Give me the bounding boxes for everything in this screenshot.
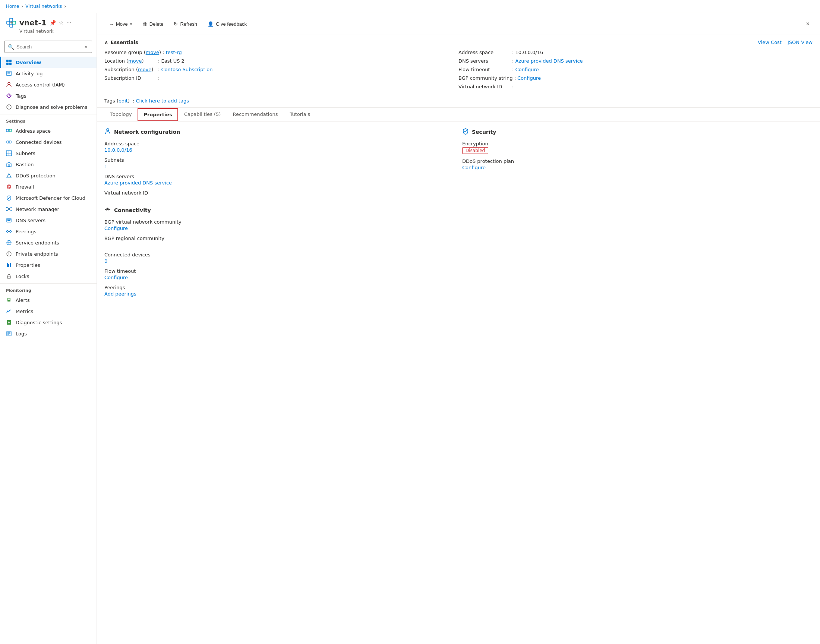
star-icon[interactable]: ☆ [59,20,64,26]
sidebar-item-network-manager[interactable]: Network manager [0,204,97,215]
collapse-icon[interactable]: « [83,43,89,51]
sidebar-item-alerts[interactable]: Alerts [0,294,97,306]
dns-value-link[interactable]: Azure provided DNS service [515,58,583,64]
close-button[interactable]: × [803,17,812,30]
prop-subnets: Subnets 1 [104,157,455,169]
essentials-row-flow-timeout: Flow timeout : Configure [458,67,812,72]
sidebar-item-defender[interactable]: Microsoft Defender for Cloud [0,192,97,204]
sidebar-label-diagnostic: Diagnostic settings [16,320,62,325]
svg-rect-2 [10,18,13,21]
sidebar-item-subnets[interactable]: Subnets [0,147,97,159]
sidebar-item-metrics[interactable]: Metrics [0,306,97,317]
move-sub-link[interactable]: move [138,67,151,72]
network-config-title: Network configuration [114,129,180,135]
pin-icon[interactable]: 📌 [49,20,56,26]
sidebar-item-diagnose[interactable]: Diagnose and solve problems [0,101,97,113]
peerings-icon [6,228,12,235]
conn-flow-link[interactable]: Configure [104,274,128,280]
tab-topology[interactable]: Topology [104,108,138,121]
svg-rect-22 [9,141,11,143]
prop-subnets-link[interactable]: 1 [104,164,107,169]
tab-recommendations[interactable]: Recommendations [227,108,284,121]
sidebar-item-diagnostic[interactable]: Diagnostic settings [0,317,97,328]
move-rg-link[interactable]: move [146,49,159,55]
sidebar-item-properties[interactable]: Properties [0,259,97,271]
svg-rect-1 [13,21,16,24]
prop-dns-link[interactable]: Azure provided DNS service [104,180,172,186]
defender-icon [6,195,12,201]
sidebar-item-firewall[interactable]: Firewall [0,181,97,192]
tab-properties[interactable]: Properties [138,108,178,121]
move-dropdown-icon: ▾ [130,22,132,26]
json-view-link[interactable]: JSON View [788,40,812,45]
breadcrumb-home[interactable]: Home [6,4,19,9]
essentials-row-dns: DNS servers : Azure provided DNS service [458,58,812,64]
sidebar-item-ddos[interactable]: DDoS protection [0,170,97,181]
essentials-section: ∧ Essentials View Cost JSON View Resourc… [97,35,820,94]
view-cost-link[interactable]: View Cost [758,40,782,45]
sidebar: vnet-1 📌 ☆ ··· Virtual network 🔍 « Overv… [0,13,97,644]
sidebar-item-private-endpoints[interactable]: Private endpoints [0,248,97,259]
sidebar-item-logs[interactable]: Logs [0,328,97,339]
sidebar-label-alerts: Alerts [16,297,30,303]
sidebar-item-activity-log[interactable]: Activity log [0,68,97,79]
svg-rect-9 [9,63,12,65]
breadcrumb-virtual-networks[interactable]: Virtual networks [25,4,62,9]
ddos-icon [6,173,12,178]
address-icon [6,128,12,134]
more-icon[interactable]: ··· [66,20,71,26]
sidebar-item-locks[interactable]: Locks [0,271,97,282]
netmgr-icon [6,206,12,212]
search-box[interactable]: 🔍 « [5,41,92,53]
metrics-icon [6,308,12,314]
search-input[interactable] [17,44,81,49]
conn-peerings-link[interactable]: Add peerings [104,291,136,297]
svg-point-43 [7,231,9,233]
sidebar-item-bastion[interactable]: Bastion [0,159,97,170]
move-button[interactable]: → Move ▾ [104,19,136,29]
resource-name-row: vnet-1 📌 ☆ ··· [6,17,90,28]
sidebar-label-peerings: Peerings [16,229,37,235]
flow-timeout-link[interactable]: Configure [515,67,539,72]
bgp-community-link[interactable]: Configure [517,75,541,81]
private-endpoints-icon [6,251,12,257]
breadcrumb: Home › Virtual networks › [0,0,820,13]
svg-point-66 [107,129,109,131]
svg-line-37 [10,208,11,209]
tab-capabilities[interactable]: Capabilities (5) [178,108,227,121]
sidebar-item-iam[interactable]: Access control (IAM) [0,79,97,90]
sidebar-item-connected-devices[interactable]: Connected devices [0,136,97,147]
essentials-row-location: Location (move) : East US 2 [104,58,458,64]
tags-edit-link[interactable]: edit [118,98,128,104]
security-icon [462,128,469,136]
conn-devices-link[interactable]: 0 [104,258,107,264]
sub-value-link[interactable]: Contoso Subscription [161,67,213,72]
network-config-icon [104,128,111,136]
conn-bgp-link[interactable]: Configure [104,225,128,231]
sidebar-search-container: 🔍 « [0,41,97,57]
section-settings: Settings [0,114,97,125]
sidebar-item-address-space[interactable]: Address space [0,125,97,136]
dns-icon [6,217,12,223]
prop-ddos-link[interactable]: Configure [462,165,486,170]
content-area: → Move ▾ 🗑 Delete ↻ Refresh 👤 Give feedb… [97,13,820,644]
prop-address-link[interactable]: 10.0.0.0/16 [104,147,132,153]
tabs-bar: Topology Properties Capabilities (5) Rec… [97,108,820,122]
connectivity-header: Connectivity [104,206,812,214]
feedback-button[interactable]: 👤 Give feedback [203,19,251,29]
move-location-link[interactable]: move [128,58,142,64]
refresh-button[interactable]: ↻ Refresh [169,19,202,29]
tags-add-link[interactable]: Click here to add tags [136,98,189,104]
breadcrumb-sep2: › [64,4,66,9]
sidebar-item-dns[interactable]: DNS servers [0,215,97,226]
essentials-title: ∧ Essentials [104,40,138,45]
prop-ddos-plan: DDoS protection plan Configure [462,158,812,170]
sidebar-item-overview[interactable]: Overview [0,57,97,68]
tab-tutorials[interactable]: Tutorials [284,108,316,121]
essentials-toggle-icon[interactable]: ∧ [104,40,109,45]
sidebar-item-service-endpoints[interactable]: Service endpoints [0,237,97,248]
sidebar-item-peerings[interactable]: Peerings [0,226,97,237]
delete-button[interactable]: 🗑 Delete [138,19,168,29]
sidebar-item-tags[interactable]: Tags [0,90,97,101]
rg-value-link[interactable]: test-rg [166,49,182,55]
